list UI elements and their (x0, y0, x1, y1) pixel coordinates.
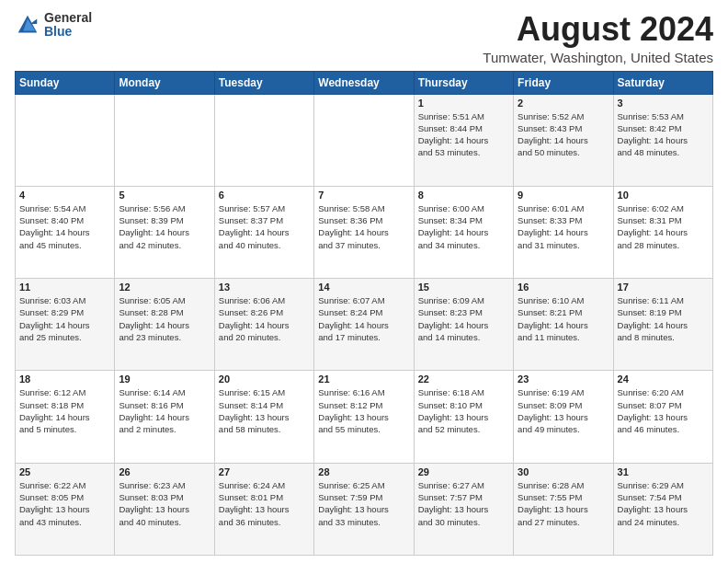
day-number: 31 (618, 466, 709, 477)
calendar-header-row: SundayMondayTuesdayWednesdayThursdayFrid… (16, 71, 713, 94)
logo-blue-text: Blue (44, 25, 92, 39)
calendar-weekday-header: Friday (514, 71, 613, 94)
calendar-day-cell: 10Sunrise: 6:02 AM Sunset: 8:31 PM Dayli… (613, 186, 712, 278)
day-info: Sunrise: 6:24 AM Sunset: 8:01 PM Dayligh… (219, 479, 310, 528)
calendar-day-cell: 6Sunrise: 5:57 AM Sunset: 8:37 PM Daylig… (214, 186, 313, 278)
calendar-day-cell: 2Sunrise: 5:52 AM Sunset: 8:43 PM Daylig… (514, 94, 613, 186)
calendar-day-cell: 8Sunrise: 6:00 AM Sunset: 8:34 PM Daylig… (414, 186, 513, 278)
calendar-week-row: 18Sunrise: 6:12 AM Sunset: 8:18 PM Dayli… (16, 371, 713, 463)
calendar-weekday-header: Monday (115, 71, 214, 94)
calendar-day-cell: 4Sunrise: 5:54 AM Sunset: 8:40 PM Daylig… (16, 186, 115, 278)
day-number: 23 (518, 373, 609, 385)
title-block: August 2024 Tumwater, Washington, United… (483, 11, 713, 65)
day-number: 21 (318, 373, 409, 385)
calendar-day-cell: 27Sunrise: 6:24 AM Sunset: 8:01 PM Dayli… (214, 463, 313, 555)
day-number: 27 (219, 466, 310, 477)
page: General Blue August 2024 Tumwater, Washi… (0, 0, 728, 563)
day-number: 12 (119, 282, 210, 293)
day-number: 22 (418, 373, 509, 385)
day-number: 25 (19, 466, 110, 477)
day-number: 13 (219, 282, 310, 293)
day-number: 7 (318, 190, 409, 201)
day-info: Sunrise: 5:52 AM Sunset: 8:43 PM Dayligh… (518, 110, 609, 159)
day-info: Sunrise: 6:22 AM Sunset: 8:05 PM Dayligh… (19, 479, 110, 528)
day-info: Sunrise: 6:01 AM Sunset: 8:33 PM Dayligh… (518, 202, 609, 251)
calendar-day-cell (214, 94, 313, 186)
day-info: Sunrise: 6:23 AM Sunset: 8:03 PM Dayligh… (119, 479, 210, 528)
day-number: 10 (618, 190, 709, 201)
calendar-day-cell: 26Sunrise: 6:23 AM Sunset: 8:03 PM Dayli… (115, 463, 214, 555)
day-info: Sunrise: 5:53 AM Sunset: 8:42 PM Dayligh… (618, 110, 709, 159)
calendar-weekday-header: Saturday (613, 71, 712, 94)
calendar-day-cell: 16Sunrise: 6:10 AM Sunset: 8:21 PM Dayli… (514, 279, 613, 371)
day-info: Sunrise: 6:09 AM Sunset: 8:23 PM Dayligh… (418, 294, 509, 343)
calendar-day-cell: 7Sunrise: 5:58 AM Sunset: 8:36 PM Daylig… (314, 186, 414, 278)
day-number: 14 (318, 282, 409, 293)
calendar-week-row: 1Sunrise: 5:51 AM Sunset: 8:44 PM Daylig… (16, 94, 713, 186)
calendar-day-cell: 15Sunrise: 6:09 AM Sunset: 8:23 PM Dayli… (414, 279, 513, 371)
day-info: Sunrise: 6:00 AM Sunset: 8:34 PM Dayligh… (418, 202, 509, 251)
day-number: 26 (119, 466, 210, 477)
calendar-day-cell: 30Sunrise: 6:28 AM Sunset: 7:55 PM Dayli… (514, 463, 613, 555)
calendar-day-cell: 28Sunrise: 6:25 AM Sunset: 7:59 PM Dayli… (314, 463, 414, 555)
logo-text: General Blue (44, 11, 92, 40)
calendar-day-cell: 23Sunrise: 6:19 AM Sunset: 8:09 PM Dayli… (514, 371, 613, 463)
calendar-day-cell: 19Sunrise: 6:14 AM Sunset: 8:16 PM Dayli… (115, 371, 214, 463)
day-info: Sunrise: 6:12 AM Sunset: 8:18 PM Dayligh… (19, 386, 110, 435)
logo-icon (15, 12, 40, 38)
day-number: 3 (618, 98, 709, 109)
day-info: Sunrise: 6:10 AM Sunset: 8:21 PM Dayligh… (518, 294, 609, 343)
day-info: Sunrise: 6:28 AM Sunset: 7:55 PM Dayligh… (518, 479, 609, 528)
day-number: 2 (518, 98, 609, 109)
calendar-day-cell: 24Sunrise: 6:20 AM Sunset: 8:07 PM Dayli… (613, 371, 712, 463)
calendar-day-cell: 18Sunrise: 6:12 AM Sunset: 8:18 PM Dayli… (16, 371, 115, 463)
calendar-weekday-header: Sunday (16, 71, 115, 94)
day-info: Sunrise: 6:15 AM Sunset: 8:14 PM Dayligh… (219, 386, 310, 435)
logo-general-text: General (44, 11, 92, 25)
day-number: 15 (418, 282, 509, 293)
day-number: 11 (19, 282, 110, 293)
calendar-day-cell: 11Sunrise: 6:03 AM Sunset: 8:29 PM Dayli… (16, 279, 115, 371)
calendar-day-cell: 22Sunrise: 6:18 AM Sunset: 8:10 PM Dayli… (414, 371, 513, 463)
subtitle: Tumwater, Washington, United States (483, 50, 713, 65)
calendar-day-cell: 13Sunrise: 6:06 AM Sunset: 8:26 PM Dayli… (214, 279, 313, 371)
day-number: 6 (219, 190, 310, 201)
calendar-day-cell: 25Sunrise: 6:22 AM Sunset: 8:05 PM Dayli… (16, 463, 115, 555)
day-number: 4 (19, 190, 110, 201)
calendar-day-cell: 21Sunrise: 6:16 AM Sunset: 8:12 PM Dayli… (314, 371, 414, 463)
calendar-day-cell (115, 94, 214, 186)
day-number: 1 (418, 98, 509, 109)
day-number: 5 (119, 190, 210, 201)
day-number: 8 (418, 190, 509, 201)
calendar-weekday-header: Wednesday (314, 71, 414, 94)
calendar-table: SundayMondayTuesdayWednesdayThursdayFrid… (15, 71, 713, 556)
day-info: Sunrise: 6:19 AM Sunset: 8:09 PM Dayligh… (518, 386, 609, 435)
calendar-day-cell: 14Sunrise: 6:07 AM Sunset: 8:24 PM Dayli… (314, 279, 414, 371)
calendar-weekday-header: Tuesday (214, 71, 313, 94)
day-info: Sunrise: 5:57 AM Sunset: 8:37 PM Dayligh… (219, 202, 310, 251)
day-number: 18 (19, 373, 110, 385)
calendar-day-cell: 20Sunrise: 6:15 AM Sunset: 8:14 PM Dayli… (214, 371, 313, 463)
calendar-week-row: 11Sunrise: 6:03 AM Sunset: 8:29 PM Dayli… (16, 279, 713, 371)
calendar-day-cell: 31Sunrise: 6:29 AM Sunset: 7:54 PM Dayli… (613, 463, 712, 555)
day-info: Sunrise: 6:29 AM Sunset: 7:54 PM Dayligh… (618, 479, 709, 528)
day-number: 19 (119, 373, 210, 385)
day-number: 9 (518, 190, 609, 201)
day-info: Sunrise: 6:27 AM Sunset: 7:57 PM Dayligh… (418, 479, 509, 528)
day-number: 28 (318, 466, 409, 477)
day-info: Sunrise: 6:16 AM Sunset: 8:12 PM Dayligh… (318, 386, 409, 435)
calendar-day-cell: 5Sunrise: 5:56 AM Sunset: 8:39 PM Daylig… (115, 186, 214, 278)
header: General Blue August 2024 Tumwater, Washi… (15, 11, 713, 65)
day-info: Sunrise: 6:05 AM Sunset: 8:28 PM Dayligh… (119, 294, 210, 343)
calendar-day-cell: 17Sunrise: 6:11 AM Sunset: 8:19 PM Dayli… (613, 279, 712, 371)
day-info: Sunrise: 6:06 AM Sunset: 8:26 PM Dayligh… (219, 294, 310, 343)
logo: General Blue (15, 11, 92, 40)
day-info: Sunrise: 6:11 AM Sunset: 8:19 PM Dayligh… (618, 294, 709, 343)
day-number: 30 (518, 466, 609, 477)
day-info: Sunrise: 5:54 AM Sunset: 8:40 PM Dayligh… (19, 202, 110, 251)
day-info: Sunrise: 6:02 AM Sunset: 8:31 PM Dayligh… (618, 202, 709, 251)
day-number: 16 (518, 282, 609, 293)
day-info: Sunrise: 6:03 AM Sunset: 8:29 PM Dayligh… (19, 294, 110, 343)
calendar-weekday-header: Thursday (414, 71, 513, 94)
calendar-day-cell: 12Sunrise: 6:05 AM Sunset: 8:28 PM Dayli… (115, 279, 214, 371)
